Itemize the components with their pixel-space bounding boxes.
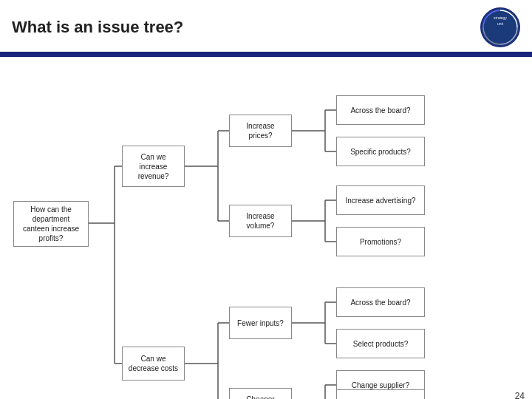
level4-5-box: Across the board? (336, 287, 425, 317)
svg-point-0 (481, 8, 519, 47)
header: What is an issue tree? strategy unit (0, 0, 532, 54)
level4-6-box: Select products? (336, 329, 425, 358)
level3-2-box: Increase volume? (229, 205, 292, 237)
root-box: How can the department canteen increase … (13, 201, 89, 247)
main-content: How can the department canteen increase … (0, 57, 532, 399)
level4-4-box: Promotions? (336, 227, 425, 256)
level2-bottom-box: Can we decrease costs (122, 347, 185, 381)
level4-2-box: Specific products? (336, 137, 425, 166)
level4-3-box: Increase advertising? (336, 185, 425, 215)
svg-text:strategy: strategy (494, 16, 507, 20)
level2-top-box: Can we increase revenue? (122, 146, 185, 187)
svg-text:unit: unit (497, 21, 504, 26)
level4-8-box: Negotiate? (336, 389, 425, 399)
logo: strategy unit (480, 7, 520, 47)
level3-4-box: Cheaper inputs? (229, 388, 292, 399)
level3-1-box: Increase prices? (229, 115, 292, 147)
page-title: What is an issue tree? (12, 18, 183, 37)
page-number: 24 (515, 391, 525, 399)
level4-1-box: Across the board? (336, 95, 425, 125)
level3-3-box: Fewer inputs? (229, 307, 292, 339)
